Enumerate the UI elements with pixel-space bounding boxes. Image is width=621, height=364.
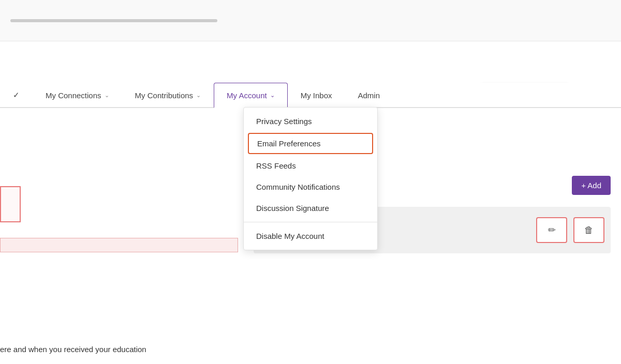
trash-icon: 🗑	[584, 225, 594, 236]
left-section: ere and when you received your education	[0, 165, 238, 364]
chevron-down-icon: ⌄	[270, 92, 275, 99]
pink-highlight-bar	[0, 238, 238, 252]
pencil-icon: ✏	[548, 224, 556, 236]
education-text: ere and when you received your education	[0, 345, 238, 354]
dropdown-item-privacy-settings[interactable]: Privacy Settings	[244, 111, 377, 132]
tab-checkmark[interactable]: ✓	[0, 83, 33, 107]
dropdown-item-disable-account[interactable]: Disable My Account	[244, 225, 377, 247]
tab-my-account[interactable]: My Account ⌄	[214, 83, 288, 108]
tab-my-contributions-label: My Contributions	[135, 91, 194, 100]
dropdown-divider	[244, 222, 377, 222]
tab-my-connections-label: My Connections	[46, 91, 101, 100]
pink-selection-box	[0, 186, 21, 222]
dropdown-item-rss-feeds[interactable]: RSS Feeds	[244, 155, 377, 176]
tab-my-inbox[interactable]: My Inbox	[288, 83, 345, 107]
add-button-label: + Add	[581, 181, 601, 190]
tab-checkmark-label: ✓	[13, 90, 20, 100]
dropdown-item-email-preferences[interactable]: Email Preferences	[248, 133, 373, 154]
edit-job-button[interactable]: ✏	[536, 217, 567, 243]
nav-tabs: ✓ My Connections ⌄ My Contributions ⌄ My…	[0, 83, 621, 108]
dropdown-item-community-notifications[interactable]: Community Notifications	[244, 176, 377, 198]
delete-job-button[interactable]: 🗑	[573, 217, 604, 243]
top-header	[0, 0, 621, 41]
tab-admin[interactable]: Admin	[345, 83, 393, 107]
tab-admin-label: Admin	[358, 91, 380, 100]
add-job-button[interactable]: + Add	[572, 176, 611, 195]
dropdown-item-discussion-signature[interactable]: Discussion Signature	[244, 198, 377, 219]
sub-header	[0, 41, 621, 62]
header-decoration	[10, 19, 217, 22]
tab-my-contributions[interactable]: My Contributions ⌄	[122, 83, 214, 107]
chevron-down-icon: ⌄	[196, 92, 201, 99]
chevron-down-icon: ⌄	[105, 92, 109, 99]
tab-my-connections[interactable]: My Connections ⌄	[33, 83, 122, 107]
my-account-dropdown: Privacy Settings Email Preferences RSS F…	[243, 107, 378, 250]
tab-my-inbox-label: My Inbox	[301, 91, 332, 100]
tab-my-account-label: My Account	[227, 91, 267, 100]
